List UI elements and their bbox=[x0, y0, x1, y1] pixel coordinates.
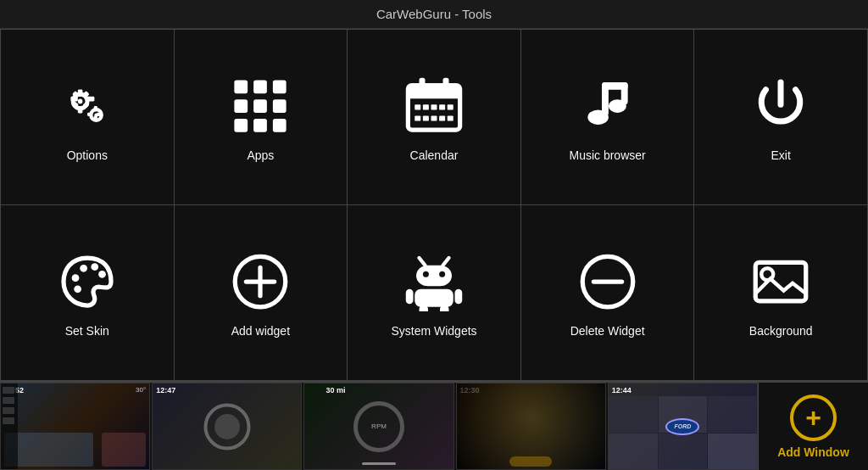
svg-rect-3 bbox=[78, 106, 83, 113]
svg-rect-19 bbox=[235, 99, 248, 113]
svg-point-1 bbox=[78, 99, 83, 104]
svg-rect-38 bbox=[439, 115, 445, 120]
thumbnail-1[interactable]: 12:52 30° bbox=[0, 383, 150, 470]
svg-rect-34 bbox=[448, 115, 453, 120]
grid-item-exit[interactable]: Exit bbox=[694, 30, 868, 205]
add-window-button[interactable]: + Add Window bbox=[758, 383, 868, 470]
thumbnail-2[interactable]: 12:47 bbox=[152, 383, 302, 470]
svg-point-46 bbox=[91, 263, 98, 271]
circle-minus-icon bbox=[574, 248, 642, 316]
svg-point-56 bbox=[439, 271, 445, 277]
svg-rect-16 bbox=[235, 80, 248, 93]
android-icon bbox=[400, 248, 468, 316]
svg-rect-24 bbox=[273, 119, 287, 132]
thumbnail-strip: 12:52 30° 12:47 bbox=[0, 383, 758, 470]
svg-point-42 bbox=[587, 109, 609, 125]
svg-rect-18 bbox=[273, 80, 287, 93]
svg-rect-4 bbox=[70, 97, 77, 102]
svg-rect-57 bbox=[415, 289, 453, 307]
calendar-label: Calendar bbox=[410, 148, 459, 162]
music-icon bbox=[574, 72, 642, 140]
svg-point-55 bbox=[423, 271, 429, 277]
grid-icon bbox=[226, 72, 294, 140]
svg-rect-2 bbox=[78, 89, 83, 96]
grid-item-apps[interactable]: Apps bbox=[175, 30, 348, 205]
image-icon bbox=[747, 248, 815, 316]
bottom-bar: 12:52 30° 12:47 bbox=[0, 381, 868, 470]
svg-rect-30 bbox=[431, 104, 437, 109]
svg-rect-23 bbox=[254, 119, 268, 132]
add-widget-icon bbox=[226, 248, 294, 316]
svg-rect-15 bbox=[97, 113, 102, 116]
svg-rect-26 bbox=[408, 86, 459, 99]
svg-rect-5 bbox=[87, 97, 94, 102]
grid-item-options[interactable]: Options bbox=[1, 30, 175, 205]
add-window-label: Add Window bbox=[777, 445, 849, 459]
grid-item-set-skin[interactable]: Set Skin bbox=[1, 205, 175, 381]
calendar-icon bbox=[400, 72, 468, 140]
set-skin-label: Set Skin bbox=[65, 324, 109, 338]
svg-point-44 bbox=[71, 274, 79, 282]
thumbnail-4[interactable]: 12:30 bbox=[456, 383, 606, 470]
thumbnail-5[interactable]: 12:44 FORD bbox=[608, 383, 758, 470]
gear-icon bbox=[53, 72, 121, 140]
svg-rect-51 bbox=[244, 279, 277, 283]
svg-point-43 bbox=[608, 99, 626, 113]
svg-rect-33 bbox=[431, 115, 437, 120]
svg-point-65 bbox=[761, 268, 773, 280]
svg-rect-12 bbox=[93, 106, 97, 111]
thumbnail-3[interactable]: 30 mi RPM bbox=[303, 383, 453, 470]
svg-rect-20 bbox=[254, 99, 268, 113]
grid-item-music-browser[interactable]: Music browser bbox=[521, 30, 695, 205]
options-label: Options bbox=[67, 148, 108, 162]
svg-rect-63 bbox=[591, 279, 624, 283]
svg-rect-22 bbox=[235, 119, 248, 132]
palette-icon bbox=[53, 248, 121, 316]
svg-rect-32 bbox=[415, 115, 420, 120]
svg-rect-27 bbox=[419, 78, 425, 92]
system-widgets-label: System Widgets bbox=[391, 324, 476, 338]
svg-rect-54 bbox=[416, 266, 452, 287]
app-title: CarWebGuru - Tools bbox=[376, 7, 492, 21]
apps-label: Apps bbox=[247, 148, 274, 162]
exit-label: Exit bbox=[771, 148, 791, 162]
svg-rect-13 bbox=[93, 115, 97, 120]
svg-rect-59 bbox=[454, 289, 462, 305]
grid-item-delete-widget[interactable]: Delete Widget bbox=[521, 205, 695, 381]
svg-rect-36 bbox=[439, 104, 445, 109]
svg-rect-21 bbox=[273, 99, 287, 113]
svg-point-47 bbox=[98, 271, 106, 278]
main-grid: Options Apps bbox=[0, 29, 868, 381]
music-browser-label: Music browser bbox=[569, 148, 645, 162]
svg-rect-17 bbox=[254, 80, 268, 93]
background-label: Background bbox=[749, 324, 813, 338]
svg-rect-35 bbox=[423, 104, 429, 109]
svg-line-53 bbox=[442, 258, 448, 266]
grid-item-system-widgets[interactable]: System Widgets bbox=[348, 205, 521, 381]
svg-point-45 bbox=[80, 265, 87, 272]
grid-item-add-widget[interactable]: Add widget bbox=[175, 205, 348, 381]
svg-rect-58 bbox=[406, 289, 414, 305]
grid-item-background[interactable]: Background bbox=[694, 205, 868, 381]
add-window-circle-icon: + bbox=[790, 394, 837, 441]
power-icon bbox=[747, 72, 815, 140]
grid-item-calendar[interactable]: Calendar bbox=[348, 30, 521, 205]
delete-widget-label: Delete Widget bbox=[570, 324, 645, 338]
title-bar: CarWebGuru - Tools bbox=[0, 0, 868, 29]
svg-point-48 bbox=[74, 285, 81, 293]
svg-rect-61 bbox=[440, 305, 449, 311]
svg-line-52 bbox=[419, 258, 425, 266]
svg-rect-60 bbox=[419, 305, 428, 311]
add-widget-label: Add widget bbox=[231, 324, 290, 338]
svg-rect-29 bbox=[415, 104, 420, 109]
svg-rect-37 bbox=[423, 115, 429, 120]
svg-rect-14 bbox=[87, 113, 92, 116]
svg-rect-28 bbox=[442, 78, 448, 92]
svg-rect-31 bbox=[448, 104, 453, 109]
